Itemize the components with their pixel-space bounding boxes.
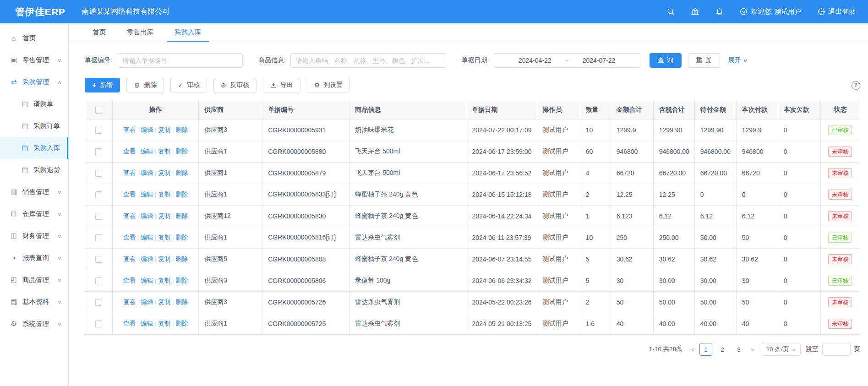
sidebar-item-sales[interactable]: ▥ 销售管理 ∨ [0, 181, 68, 203]
cell-product: 飞天茅台 500ml [349, 163, 466, 184]
row-action-delete[interactable]: 删除 [175, 212, 188, 219]
row-action-copy[interactable]: 复制 [158, 191, 170, 198]
sidebar-item-reports[interactable]: ◔ 报表查询 ∨ [0, 247, 68, 269]
row-action-delete[interactable]: 删除 [175, 299, 188, 305]
row-action-view[interactable]: 查看 [123, 277, 136, 284]
audit-button[interactable]: ✓ 审核 [170, 78, 207, 92]
page-button-3[interactable]: 3 [732, 343, 745, 356]
tab-home[interactable]: 首页 [85, 23, 114, 42]
column-settings-button[interactable]: ⚙ 列设置 [307, 78, 350, 92]
tab-purchase-inbound[interactable]: 采购入库 [167, 23, 209, 42]
sidebar-item-purchase-request[interactable]: ▤ 请购单 [0, 93, 68, 115]
row-action-delete[interactable]: 删除 [175, 126, 188, 133]
product-info-input[interactable] [290, 53, 446, 68]
row-checkbox[interactable] [95, 299, 102, 306]
jump-page-input[interactable] [822, 343, 851, 356]
sidebar-item-basic-data[interactable]: ▦ 基本资料 ∨ [0, 291, 68, 313]
sidebar-item-warehouse[interactable]: ⊟ 仓库管理 ∨ [0, 203, 68, 225]
help-icon[interactable]: ? [852, 81, 860, 90]
next-page-button[interactable]: > [749, 346, 756, 353]
sidebar-item-purchase-order[interactable]: ▤ 采购订单 [0, 115, 68, 137]
row-action-edit[interactable]: 编辑 [141, 191, 153, 198]
page-button-2[interactable]: 2 [716, 343, 729, 356]
cell-payable: 50.00 [694, 292, 736, 313]
row-action-copy[interactable]: 复制 [158, 320, 170, 327]
row-action-view[interactable]: 查看 [123, 299, 136, 305]
tab-retail-outbound[interactable]: 零售出库 [119, 23, 161, 42]
cell-date: 2024-05-22 00:23:26 [466, 292, 537, 313]
row-checkbox[interactable] [95, 170, 102, 177]
row-checkbox[interactable] [95, 127, 102, 134]
row-checkbox[interactable] [95, 148, 102, 155]
page-button-1[interactable]: 1 [699, 343, 712, 356]
row-checkbox[interactable] [95, 191, 102, 198]
row-action-delete[interactable]: 删除 [175, 320, 188, 327]
row-action-copy[interactable]: 复制 [158, 299, 170, 305]
date-range-picker[interactable]: 2024-04-22 ~ 2024-07-22 [494, 53, 640, 68]
add-button[interactable]: + 新增 [85, 78, 120, 92]
cell-qty: 2 [580, 184, 611, 206]
prev-page-button[interactable]: < [688, 346, 696, 353]
row-action-delete[interactable]: 删除 [175, 148, 188, 155]
row-action-delete[interactable]: 删除 [175, 256, 188, 262]
row-action-view[interactable]: 查看 [123, 320, 136, 327]
row-action-view[interactable]: 查看 [123, 234, 136, 241]
row-action-delete[interactable]: 删除 [175, 169, 188, 176]
bell-icon[interactable] [715, 8, 723, 16]
row-action-view[interactable]: 查看 [123, 191, 136, 198]
page-size-select[interactable]: 10 条/页 ∨ [762, 343, 801, 356]
row-action-edit[interactable]: 编辑 [141, 256, 153, 262]
row-action-edit[interactable]: 编辑 [141, 320, 153, 327]
row-checkbox[interactable] [95, 234, 102, 241]
row-action-delete[interactable]: 删除 [175, 234, 188, 241]
row-action-view[interactable]: 查看 [123, 212, 136, 219]
row-action-edit[interactable]: 编辑 [141, 234, 153, 241]
search-icon[interactable] [667, 8, 675, 16]
cell-operator: 测试用户 [537, 249, 580, 270]
select-all-checkbox[interactable] [95, 107, 102, 114]
row-action-copy[interactable]: 复制 [158, 148, 170, 155]
row-action-view[interactable]: 查看 [123, 256, 136, 262]
sidebar-item-purchase[interactable]: ⇄ 采购管理 ∧ [0, 71, 68, 93]
row-action-edit[interactable]: 编辑 [141, 148, 153, 155]
sidebar-item-retail[interactable]: ▣ 零售管理 ∨ [0, 49, 68, 71]
row-action-view[interactable]: 查看 [123, 169, 136, 176]
export-button[interactable]: 导出 [263, 78, 300, 92]
row-action-copy[interactable]: 复制 [158, 212, 170, 219]
row-action-copy[interactable]: 复制 [158, 256, 170, 262]
user-menu[interactable]: 欢迎您, 测试用户 [740, 7, 801, 16]
search-button[interactable]: 查询 [650, 53, 682, 68]
sidebar-item-home[interactable]: ⌂ 首页 [0, 27, 68, 49]
row-action-edit[interactable]: 编辑 [141, 169, 153, 176]
row-action-copy[interactable]: 复制 [158, 277, 170, 284]
row-action-copy[interactable]: 复制 [158, 234, 170, 241]
row-checkbox[interactable] [95, 277, 102, 284]
logout-button[interactable]: 退出登录 [818, 7, 855, 16]
expand-filters-link[interactable]: 展开 ∨ [728, 56, 747, 65]
bill-no-input[interactable] [117, 53, 243, 68]
unaudit-button[interactable]: ⊘ 反审核 [213, 78, 257, 92]
row-checkbox[interactable] [95, 213, 102, 220]
row-action-delete[interactable]: 删除 [175, 191, 188, 198]
table-body: 查看|编辑|复制|删除 供应商3 CGRK00000005931 奶油味爆米花 … [85, 120, 860, 335]
row-action-copy[interactable]: 复制 [158, 169, 170, 176]
sidebar-item-system[interactable]: ⚙ 系统管理 ∨ [0, 313, 68, 335]
row-action-edit[interactable]: 编辑 [141, 126, 153, 133]
sidebar-item-purchase-return[interactable]: ▤ 采购退货 [0, 159, 68, 181]
bank-icon[interactable] [691, 8, 699, 16]
row-action-edit[interactable]: 编辑 [141, 277, 153, 284]
row-action-view[interactable]: 查看 [123, 126, 136, 133]
row-action-view[interactable]: 查看 [123, 148, 136, 155]
sidebar-item-purchase-inbound[interactable]: ▤ 采购入库 [0, 137, 68, 159]
sidebar-item-finance[interactable]: ◫ 财务管理 ∨ [0, 225, 68, 247]
row-checkbox[interactable] [95, 256, 102, 263]
row-action-edit[interactable]: 编辑 [141, 212, 153, 219]
row-action-copy[interactable]: 复制 [158, 126, 170, 133]
row-action-edit[interactable]: 编辑 [141, 299, 153, 305]
row-action-delete[interactable]: 删除 [175, 277, 188, 284]
sidebar-item-goods[interactable]: ◰ 商品管理 ∨ [0, 269, 68, 291]
cell-tax-total: 40.00 [653, 313, 694, 335]
reset-button[interactable]: 重置 [688, 53, 720, 68]
row-checkbox[interactable] [95, 321, 102, 327]
delete-button[interactable]: 删除 [126, 78, 164, 92]
